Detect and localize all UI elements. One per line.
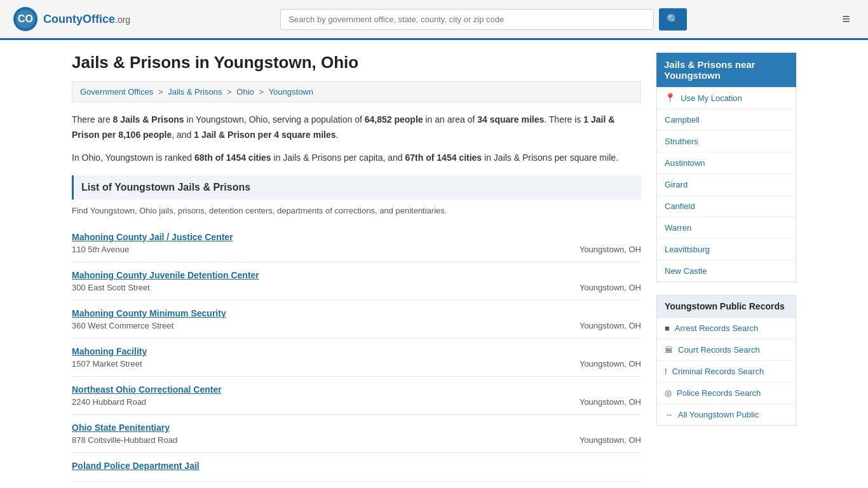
header: CO CountyOffice.org 🔍 ≡: [0, 0, 868, 40]
sidebar-nearby-title: Jails & Prisons near Youngstown: [656, 53, 796, 87]
nearby-section: Jails & Prisons near Youngstown 📍 Use My…: [656, 53, 796, 282]
facility-item: Poland Police Department Jail: [72, 453, 641, 482]
facility-city: Youngstown, OH: [580, 245, 641, 254]
facility-name[interactable]: Mahoning Facility: [72, 346, 641, 356]
city-link[interactable]: Canfield: [665, 201, 695, 211]
facility-details: 1507 Market Street Youngstown, OH: [72, 359, 641, 369]
facility-city: Youngstown, OH: [580, 283, 641, 292]
menu-button[interactable]: ≡: [837, 8, 855, 30]
sidebar-record-item[interactable]: →All Youngstown Public: [657, 404, 796, 425]
sidebar-city-item[interactable]: Canfield: [657, 196, 796, 217]
facility-address: 300 East Scott Street: [72, 283, 150, 292]
breadcrumb: Government Offices > Jails & Prisons > O…: [72, 81, 641, 102]
facility-address: 878 Coitsville-Hubbard Road: [72, 435, 177, 445]
sidebar-city-item[interactable]: Girard: [657, 174, 796, 196]
record-link[interactable]: Arrest Records Search: [675, 323, 759, 333]
sidebar-city-item[interactable]: Campbell: [657, 109, 796, 131]
record-icon: 🏛: [665, 345, 673, 355]
sidebar-city-item[interactable]: Struthers: [657, 131, 796, 152]
record-link[interactable]: Police Records Search: [677, 388, 761, 398]
facility-list: Mahoning County Jail / Justice Center 11…: [72, 224, 641, 482]
section-header: List of Youngstown Jails & Prisons: [72, 175, 641, 200]
city-link[interactable]: New Castle: [665, 266, 707, 276]
facility-details: 360 West Commerce Street Youngstown, OH: [72, 321, 641, 330]
facility-details: 110 5th Avenue Youngstown, OH: [72, 245, 641, 254]
records-section: Youngstown Public Records ■Arrest Record…: [656, 295, 796, 426]
content-area: Jails & Prisons in Youngstown, Ohio Gove…: [72, 53, 641, 482]
sidebar-city-item[interactable]: New Castle: [657, 261, 796, 281]
record-icon: !: [665, 367, 667, 376]
breadcrumb-jails-prisons[interactable]: Jails & Prisons: [168, 87, 222, 97]
record-link[interactable]: All Youngstown Public: [678, 410, 759, 419]
main-container: Jails & Prisons in Youngstown, Ohio Gove…: [59, 40, 809, 488]
facility-details: 300 East Scott Street Youngstown, OH: [72, 283, 641, 292]
search-button[interactable]: 🔍: [659, 8, 687, 30]
sidebar-record-item[interactable]: ◎Police Records Search: [657, 383, 796, 404]
list-description: Find Youngstown, Ohio jails, prisons, de…: [72, 206, 641, 215]
facility-details: 878 Coitsville-Hubbard Road Youngstown, …: [72, 435, 641, 445]
sidebar-records-title: Youngstown Public Records: [656, 295, 796, 317]
facility-details: 2240 Hubbard Road Youngstown, OH: [72, 397, 641, 407]
facility-item: Mahoning County Jail / Justice Center 11…: [72, 224, 641, 262]
city-link[interactable]: Warren: [665, 223, 691, 233]
sidebar-city-item[interactable]: Austintown: [657, 152, 796, 174]
sidebar-city-item[interactable]: Leavittsburg: [657, 239, 796, 261]
record-link[interactable]: Criminal Records Search: [672, 367, 764, 376]
breadcrumb-sep3: >: [259, 87, 266, 97]
sidebar-record-item[interactable]: 🏛Court Records Search: [657, 339, 796, 361]
facility-name[interactable]: Northeast Ohio Correctional Center: [72, 384, 641, 395]
city-link[interactable]: Campbell: [665, 115, 700, 125]
nearby-cities-container: CampbellStruthersAustintownGirardCanfiel…: [657, 109, 796, 281]
facility-address: 2240 Hubbard Road: [72, 397, 146, 407]
breadcrumb-sep1: >: [158, 87, 165, 97]
facility-city: Youngstown, OH: [580, 435, 641, 445]
description-1: There are 8 Jails & Prisons in Youngstow…: [72, 112, 641, 143]
logo-text: CountyOffice.org: [43, 13, 130, 26]
facility-item: Mahoning County Juvenile Detention Cente…: [72, 262, 641, 301]
search-area: 🔍: [280, 8, 687, 30]
sidebar: Jails & Prisons near Youngstown 📍 Use My…: [656, 53, 796, 482]
sidebar-city-item[interactable]: Warren: [657, 217, 796, 239]
svg-text:CO: CO: [18, 13, 33, 24]
facility-name[interactable]: Ohio State Penitentiary: [72, 423, 641, 433]
record-icon: ■: [665, 323, 670, 333]
sidebar-use-location[interactable]: 📍 Use My Location: [657, 87, 796, 109]
facility-item: Northeast Ohio Correctional Center 2240 …: [72, 377, 641, 415]
breadcrumb-youngstown[interactable]: Youngstown: [269, 87, 313, 97]
logo-icon: CO: [13, 6, 38, 32]
facility-item: Mahoning County Minimum Security 360 Wes…: [72, 301, 641, 339]
city-link[interactable]: Austintown: [665, 158, 705, 168]
facility-name[interactable]: Mahoning County Juvenile Detention Cente…: [72, 270, 641, 280]
logo-area: CO CountyOffice.org: [13, 6, 130, 32]
city-link[interactable]: Struthers: [665, 137, 698, 146]
search-input[interactable]: [280, 9, 654, 30]
facility-item: Mahoning Facility 1507 Market Street You…: [72, 339, 641, 377]
page-title: Jails & Prisons in Youngstown, Ohio: [72, 53, 641, 72]
facility-name[interactable]: Poland Police Department Jail: [72, 461, 641, 471]
sidebar-record-item[interactable]: !Criminal Records Search: [657, 361, 796, 383]
breadcrumb-sep2: >: [227, 87, 234, 97]
facility-item: Ohio State Penitentiary 878 Coitsville-H…: [72, 415, 641, 453]
sidebar-records-list: ■Arrest Records Search🏛Court Records Sea…: [656, 317, 796, 426]
facility-address: 360 West Commerce Street: [72, 321, 173, 330]
sidebar-nearby-list: 📍 Use My Location CampbellStruthersAusti…: [656, 87, 796, 282]
facility-address: 110 5th Avenue: [72, 245, 129, 254]
city-link[interactable]: Leavittsburg: [665, 245, 710, 254]
city-link[interactable]: Girard: [665, 180, 688, 189]
facility-city: Youngstown, OH: [580, 397, 641, 407]
sidebar-record-item[interactable]: ■Arrest Records Search: [657, 318, 796, 339]
facility-name[interactable]: Mahoning County Minimum Security: [72, 308, 641, 318]
description-2: In Ohio, Youngstown is ranked 68th of 14…: [72, 151, 641, 166]
facility-name[interactable]: Mahoning County Jail / Justice Center: [72, 232, 641, 242]
breadcrumb-ohio[interactable]: Ohio: [236, 87, 254, 97]
record-icon: ◎: [665, 388, 672, 398]
facility-city: Youngstown, OH: [580, 359, 641, 369]
facility-address: 1507 Market Street: [72, 359, 142, 369]
facility-city: Youngstown, OH: [580, 321, 641, 330]
record-link[interactable]: Court Records Search: [678, 345, 760, 355]
location-icon: 📍: [665, 93, 675, 103]
breadcrumb-government-offices[interactable]: Government Offices: [80, 87, 153, 97]
use-my-location-link[interactable]: Use My Location: [681, 93, 742, 103]
record-icon: →: [665, 410, 673, 419]
